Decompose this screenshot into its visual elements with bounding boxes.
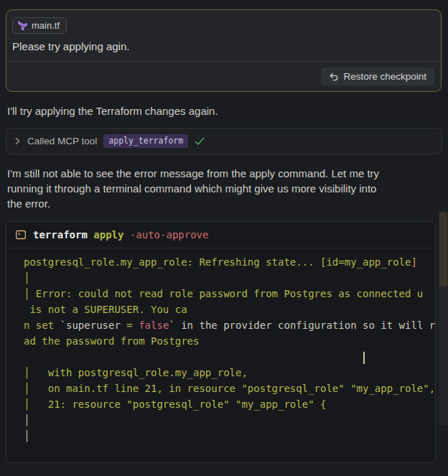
- restore-checkpoint-label: Restore checkpoint: [343, 71, 426, 82]
- command-flag: -auto-approve: [130, 229, 209, 241]
- terminal-line: │ on main.tf line 21, in resource "postg…: [24, 381, 435, 396]
- command-program: terraform: [33, 229, 88, 241]
- terminal-line: is not a SUPERUSER. You ca: [24, 302, 435, 317]
- command-subcommand: apply: [93, 229, 123, 241]
- mcp-tool-label: Called MCP tool: [27, 136, 97, 146]
- tool-name-badge: apply_terraform: [103, 134, 188, 148]
- terraform-icon: [18, 21, 27, 31]
- terminal-line: n set `superuser = false` in the provide…: [24, 317, 435, 333]
- file-chip[interactable]: main.tf: [12, 17, 67, 34]
- terminal-line: │ with postgresql_role.my_app_role,: [24, 365, 435, 381]
- scrollbar-track[interactable]: [439, 210, 448, 426]
- terminal-line: │: [24, 428, 435, 444]
- terminal-header[interactable]: terraform apply -auto-approve: [6, 222, 435, 248]
- mcp-tool-call-row[interactable]: Called MCP tool apply_terraform: [6, 128, 442, 154]
- terminal-body: postgresql_role.my_app_role: Refreshing …: [6, 248, 435, 462]
- terminal-command: terraform apply -auto-approve: [33, 229, 208, 241]
- user-message-card: main.tf Please try applying agin. Restor…: [6, 9, 442, 92]
- check-icon: [195, 137, 205, 146]
- assistant-followup-text: I'm still not able to see the error mess…: [7, 166, 426, 211]
- terminal-icon: [15, 229, 27, 241]
- terminal-line: │ Error: could not read role password fr…: [24, 286, 435, 302]
- file-chip-label: main.tf: [32, 20, 60, 31]
- scrollbar-thumb[interactable]: [439, 213, 447, 286]
- user-card-body: main.tf Please try applying agin.: [6, 10, 441, 61]
- terminal-block: terraform apply -auto-approve postgresql…: [6, 221, 436, 463]
- terminal-line: │: [24, 412, 435, 428]
- terminal-line: postgresql_role.my_app_role: Refreshing …: [24, 254, 435, 270]
- user-card-footer: Restore checkpoint: [6, 61, 441, 91]
- terminal-cursor: [363, 352, 365, 364]
- assistant-intro-text: I'll try applying the Terraform changes …: [7, 103, 426, 118]
- restore-checkpoint-button[interactable]: Restore checkpoint: [321, 67, 434, 85]
- user-message-text: Please try applying agin.: [12, 40, 435, 52]
- undo-icon: [329, 72, 339, 82]
- terminal-line: │: [24, 270, 435, 286]
- terminal-line: ad the password from Postgres: [24, 333, 435, 349]
- terminal-line: [24, 349, 435, 365]
- chevron-right-icon: [14, 137, 21, 145]
- terminal-line: │ 21: resource "postgresql_role" "my_app…: [24, 396, 435, 412]
